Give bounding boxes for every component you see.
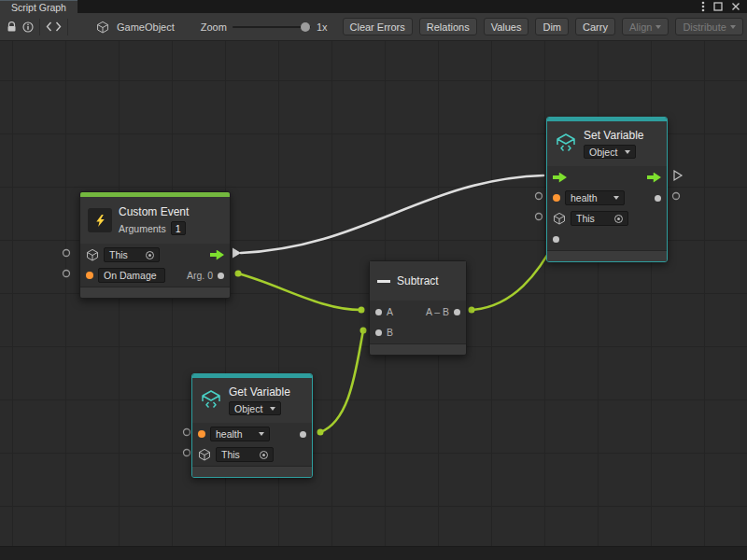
string-input-port[interactable] [198,430,205,438]
pane-menu-icon[interactable] [701,1,705,12]
flow-in-port[interactable] [553,173,567,183]
chevron-down-icon [270,407,275,411]
node-footer [192,466,312,477]
graph-toolbar: GameObject Zoom 1x Clear Errors Relation… [0,13,747,41]
value-wire [472,239,557,310]
output-label: A – B [426,306,449,317]
node-title: Get Variable [229,385,290,399]
value-out-port[interactable] [655,195,661,202]
zoom-value: 1x [317,21,328,33]
distribute-button[interactable]: Distribute [675,18,742,35]
input-b-label: B [387,327,393,338]
node-title: Subtract [397,274,439,287]
event-name-field[interactable]: On Damage [98,268,165,283]
value-wire [320,330,363,432]
lightning-icon [88,208,112,232]
flow-wire [241,175,543,253]
port-row-a: A A – B [370,301,466,322]
port-indicator-circle [536,193,543,200]
port-indicator-circle [536,214,543,220]
chevron-down-icon [613,196,619,200]
variable-scope-dropdown[interactable]: Object [584,145,636,159]
zoom-control: Zoom 1x [201,21,328,33]
arguments-count-field[interactable]: 1 [171,221,186,235]
canvas-bottom-shade [0,546,747,560]
arg-port-label: Arg. 0 [187,270,213,281]
subtract-icon [377,280,390,283]
variable-name-dropdown[interactable]: health [565,190,625,205]
carry-button[interactable]: Carry [575,18,615,35]
target-field[interactable]: This [216,447,274,462]
port-indicator-circle [184,429,190,436]
object-picker-icon[interactable] [260,451,268,459]
value-out-port[interactable] [300,431,306,438]
info-icon[interactable] [22,19,34,35]
zoom-slider-handle[interactable] [301,22,310,32]
node-set-variable[interactable]: Set Variable Object health [546,117,668,262]
node-get-variable[interactable]: Get Variable Object health [191,373,313,478]
output-port[interactable] [454,309,460,315]
zoom-slider[interactable] [233,26,311,28]
port-row-name: health [192,424,312,444]
values-button[interactable]: Values [484,18,529,35]
clear-errors-button[interactable]: Clear Errors [343,18,413,35]
node-header: Set Variable Object [547,121,667,166]
target-field[interactable]: This [571,211,628,226]
gameobject-label: GameObject [117,21,175,33]
scope-value: Object [589,147,617,158]
flow-out-port[interactable] [210,250,224,260]
target-value: This [221,449,240,460]
maximize-icon[interactable] [713,2,723,11]
node-header: Get Variable Object [192,378,312,423]
node-title: Custom Event [119,205,189,218]
object-picker-icon[interactable] [614,215,623,223]
node-header: Subtract [370,261,466,301]
object-picker-icon[interactable] [146,251,154,259]
chevron-down-icon [730,25,736,29]
arg-out-port[interactable] [218,273,224,279]
code-icon[interactable] [46,19,62,35]
lock-icon[interactable] [7,19,17,35]
variable-name-dropdown[interactable]: health [210,427,270,441]
dim-button[interactable]: Dim [535,18,569,35]
flow-arrowhead [233,248,241,259]
node-subtract[interactable]: Subtract A A – B B [369,260,467,356]
input-b-port[interactable] [375,329,382,336]
variable-scope-dropdown[interactable]: Object [229,401,281,415]
chevron-down-icon [625,150,630,154]
port-indicator-circle [184,450,190,456]
variable-name-value: health [216,428,243,440]
port-row-target: This [547,208,667,229]
port-row-value-input [547,229,667,249]
close-icon[interactable] [731,2,740,11]
input-a-label: A [387,306,393,317]
port-row-event-name: On Damage Arg. 0 [80,265,230,286]
port-rows: This On Damage Arg. 0 [80,244,230,287]
chevron-down-icon [655,25,661,29]
input-a-port[interactable] [375,309,382,315]
node-footer [547,250,667,261]
scope-value: Object [234,403,262,414]
gameobject-icon [96,19,109,35]
value-in-port[interactable] [553,236,559,243]
port-row-target: This [192,444,312,465]
relations-button[interactable]: Relations [419,18,477,35]
port-row-flow [547,167,667,188]
cube-icon [553,212,566,225]
node-footer [80,287,230,298]
string-input-port[interactable] [86,272,93,279]
flow-out-port[interactable] [647,173,661,183]
distribute-label: Distribute [683,21,726,33]
graph-canvas[interactable]: Custom Event Arguments 1 This [0,41,747,560]
string-input-port[interactable] [553,194,560,202]
target-field[interactable]: This [104,247,160,262]
node-custom-event[interactable]: Custom Event Arguments 1 This [79,191,231,299]
align-button[interactable]: Align [622,18,669,35]
node-header: Custom Event Arguments 1 [80,197,230,244]
tab-script-graph[interactable]: Script Graph [0,0,78,13]
port-row-name: health [547,188,667,208]
cube-icon [86,248,99,261]
zoom-label: Zoom [201,21,227,33]
port-indicator-circle [673,193,680,200]
value-wire [238,273,361,310]
